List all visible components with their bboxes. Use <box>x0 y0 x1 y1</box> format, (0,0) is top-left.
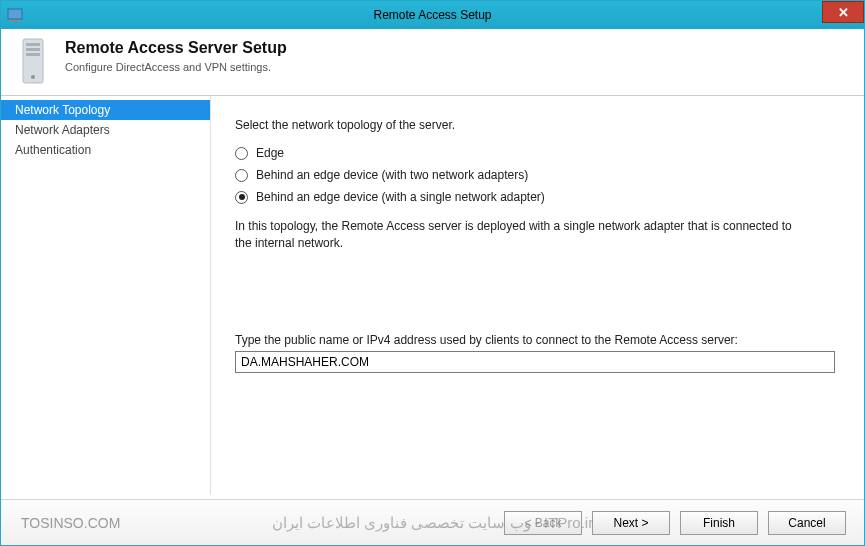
titlebar: Remote Access Setup ✕ <box>1 1 864 29</box>
sidebar-item-label: Authentication <box>15 143 91 157</box>
svg-rect-0 <box>8 9 22 19</box>
svg-rect-1 <box>10 20 20 22</box>
close-icon: ✕ <box>838 5 849 20</box>
topology-instruction: Select the network topology of the serve… <box>235 118 836 132</box>
wizard-footer: TOSINSO.COM ITPro.ir - وب سایت تخصصی فنا… <box>1 499 864 545</box>
radio-icon <box>235 191 248 204</box>
back-button[interactable]: < Back <box>504 511 582 535</box>
sidebar-item-label: Network Topology <box>15 103 110 117</box>
cancel-button-label: Cancel <box>788 516 825 530</box>
radio-behind-single-adapter[interactable]: Behind an edge device (with a single net… <box>235 190 836 204</box>
main-panel: Select the network topology of the serve… <box>211 96 864 495</box>
svg-rect-3 <box>26 43 40 46</box>
app-icon <box>7 7 23 23</box>
radio-icon <box>235 169 248 182</box>
finish-button-label: Finish <box>703 516 735 530</box>
sidebar: Network Topology Network Adapters Authen… <box>1 96 211 495</box>
public-name-label: Type the public name or IPv4 address use… <box>235 333 836 347</box>
wizard-body: Network Topology Network Adapters Authen… <box>1 96 864 495</box>
radio-icon <box>235 147 248 160</box>
public-name-input[interactable] <box>235 351 835 373</box>
server-icon <box>15 37 51 85</box>
next-button-label: Next > <box>613 516 648 530</box>
close-button[interactable]: ✕ <box>822 1 864 23</box>
next-button[interactable]: Next > <box>592 511 670 535</box>
radio-label: Behind an edge device (with a single net… <box>256 190 545 204</box>
wizard-header: Remote Access Server Setup Configure Dir… <box>1 29 864 96</box>
back-button-label: < Back <box>524 516 561 530</box>
window-title: Remote Access Setup <box>373 8 491 22</box>
watermark-left: TOSINSO.COM <box>21 515 120 531</box>
page-subtitle: Configure DirectAccess and VPN settings. <box>65 61 287 73</box>
sidebar-item-label: Network Adapters <box>15 123 110 137</box>
sidebar-item-authentication[interactable]: Authentication <box>1 140 210 160</box>
topology-description: In this topology, the Remote Access serv… <box>235 218 795 253</box>
wizard-window: Remote Access Setup ✕ Remote Access Serv… <box>0 0 865 546</box>
finish-button[interactable]: Finish <box>680 511 758 535</box>
sidebar-item-network-adapters[interactable]: Network Adapters <box>1 120 210 140</box>
page-title: Remote Access Server Setup <box>65 39 287 57</box>
radio-edge[interactable]: Edge <box>235 146 836 160</box>
header-text: Remote Access Server Setup Configure Dir… <box>65 37 287 73</box>
cancel-button[interactable]: Cancel <box>768 511 846 535</box>
svg-point-6 <box>31 75 35 79</box>
sidebar-item-network-topology[interactable]: Network Topology <box>1 100 210 120</box>
svg-rect-4 <box>26 48 40 51</box>
svg-rect-5 <box>26 53 40 56</box>
radio-label: Behind an edge device (with two network … <box>256 168 528 182</box>
radio-behind-two-adapters[interactable]: Behind an edge device (with two network … <box>235 168 836 182</box>
radio-label: Edge <box>256 146 284 160</box>
